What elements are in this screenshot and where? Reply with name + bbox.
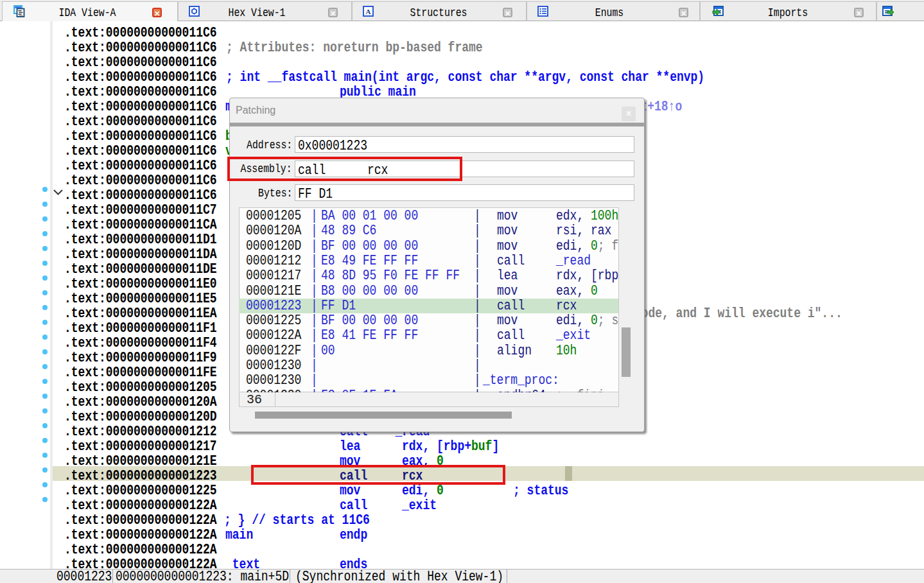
- svg-text:A: A: [366, 8, 371, 15]
